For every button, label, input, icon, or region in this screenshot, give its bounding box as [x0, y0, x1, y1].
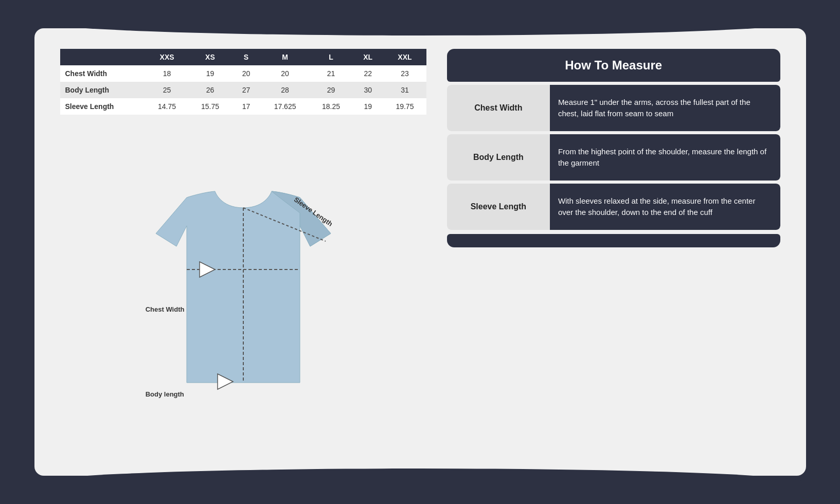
measure-desc-body: From the highest point of the shoulder, … [550, 134, 780, 181]
chest-xs: 19 [189, 65, 232, 82]
how-to-measure-footer [447, 234, 780, 247]
chest-width-diagram-label: Chest Width [146, 305, 185, 313]
table-row: Body Length 25 26 27 28 29 30 31 [60, 82, 426, 98]
chest-xxl: 23 [383, 65, 426, 82]
measure-item-chest: Chest Width Measure 1" under the arms, a… [447, 85, 780, 131]
body-xs: 26 [189, 82, 232, 98]
table-header-l: L [310, 49, 353, 65]
measure-desc-chest: Measure 1" under the arms, across the fu… [550, 85, 780, 131]
body-m: 28 [261, 82, 310, 98]
tshirt-svg [135, 167, 351, 413]
row-label-chest: Chest Width [60, 65, 146, 82]
sleeve-l: 18.25 [310, 98, 353, 115]
right-section: How To Measure Chest Width Measure 1" un… [447, 49, 780, 455]
body-xxs: 25 [146, 82, 189, 98]
measure-label-body: Body Length [447, 134, 550, 181]
table-header-xxs: XXS [146, 49, 189, 65]
table-header-xs: XS [189, 49, 232, 65]
body-l: 29 [310, 82, 353, 98]
body-xxl: 31 [383, 82, 426, 98]
table-header-s: S [231, 49, 260, 65]
size-table: XXS XS S M L XL XXL Chest Width 18 19 20… [60, 49, 426, 115]
measure-desc-sleeve: With sleeves relaxed at the side, measur… [550, 184, 780, 230]
measure-label-chest: Chest Width [447, 85, 550, 131]
table-header-xl: XL [352, 49, 383, 65]
sleeve-s: 17 [231, 98, 260, 115]
measure-item-sleeve: Sleeve Length With sleeves relaxed at th… [447, 184, 780, 230]
table-row: Chest Width 18 19 20 20 21 22 23 [60, 65, 426, 82]
table-header-xxl: XXL [383, 49, 426, 65]
body-length-diagram-label: Body length [146, 390, 184, 398]
sleeve-m: 17.625 [261, 98, 310, 115]
how-to-measure-title: How To Measure [447, 49, 780, 82]
chest-m: 20 [261, 65, 310, 82]
sleeve-xs: 15.75 [189, 98, 232, 115]
row-label-body: Body Length [60, 82, 146, 98]
sleeve-xxs: 14.75 [146, 98, 189, 115]
chest-xl: 22 [352, 65, 383, 82]
chest-xxs: 18 [146, 65, 189, 82]
sleeve-xl: 19 [352, 98, 383, 115]
body-s: 27 [231, 82, 260, 98]
chest-s: 20 [231, 65, 260, 82]
tshirt-diagram: Chest Width Body length Sleeve Length [60, 125, 426, 455]
main-card: XXS XS S M L XL XXL Chest Width 18 19 20… [34, 28, 806, 476]
chest-l: 21 [310, 65, 353, 82]
row-label-sleeve: Sleeve Length [60, 98, 146, 115]
sleeve-xxl: 19.75 [383, 98, 426, 115]
measure-label-sleeve: Sleeve Length [447, 184, 550, 230]
measure-item-body: Body Length From the highest point of th… [447, 134, 780, 181]
table-header-label [60, 49, 146, 65]
body-xl: 30 [352, 82, 383, 98]
table-row: Sleeve Length 14.75 15.75 17 17.625 18.2… [60, 98, 426, 115]
tshirt-svg-wrap: Chest Width Body length Sleeve Length [135, 167, 351, 413]
left-section: XXS XS S M L XL XXL Chest Width 18 19 20… [60, 49, 426, 455]
table-header-m: M [261, 49, 310, 65]
